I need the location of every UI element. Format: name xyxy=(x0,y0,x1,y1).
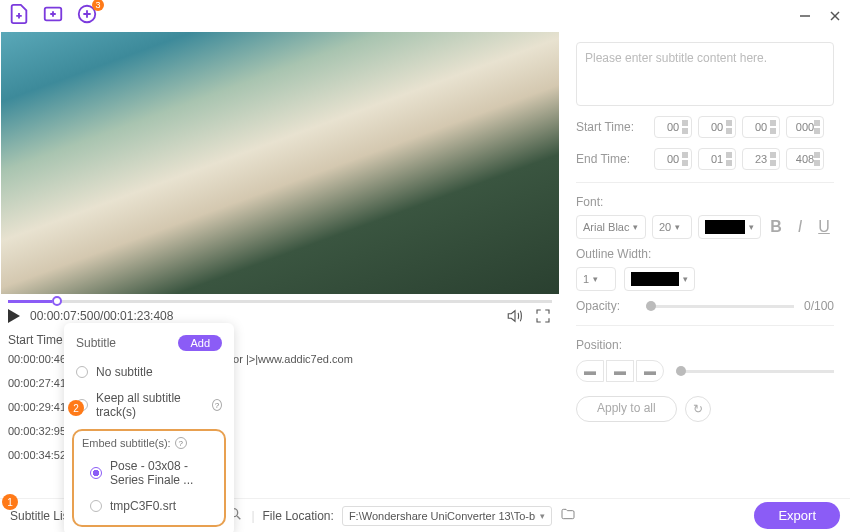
badge: 3 xyxy=(92,0,104,11)
font-family-select[interactable]: Arial Blac▾ xyxy=(576,215,646,239)
video-preview[interactable] xyxy=(1,32,559,294)
help-icon[interactable]: ? xyxy=(212,399,222,411)
start-ss[interactable]: 00 xyxy=(742,116,780,138)
play-button[interactable] xyxy=(8,309,20,323)
callout-marker-1: 1 xyxy=(2,494,18,510)
position-right[interactable]: ▬ xyxy=(636,360,664,382)
outline-label: Outline Width: xyxy=(576,247,834,261)
font-color-select[interactable]: ▾ xyxy=(698,215,761,239)
file-location-label: File Location: xyxy=(263,509,334,523)
position-label: Position: xyxy=(576,338,834,352)
add-folder-icon[interactable] xyxy=(42,3,64,30)
end-ss[interactable]: 23 xyxy=(742,148,780,170)
opacity-slider[interactable] xyxy=(646,305,794,308)
subtitle-content-input[interactable]: Please enter subtitle content here. xyxy=(576,42,834,106)
start-ms[interactable]: 000 xyxy=(786,116,824,138)
underline-button[interactable]: U xyxy=(815,218,833,236)
export-button[interactable]: Export xyxy=(754,502,840,529)
embed-option-1[interactable]: tmpC3F0.srt xyxy=(78,493,220,519)
keep-all-option[interactable]: Keep all subtitle track(s)? xyxy=(64,385,234,425)
embed-option-0[interactable]: Pose - 03x08 - Series Finale ... xyxy=(78,453,220,493)
italic-button[interactable]: I xyxy=(791,218,809,236)
opacity-label: Opacity: xyxy=(576,299,636,313)
position-slider[interactable] xyxy=(676,370,834,373)
close-button[interactable] xyxy=(828,9,842,23)
end-mm[interactable]: 01 xyxy=(698,148,736,170)
start-mm[interactable]: 00 xyxy=(698,116,736,138)
apply-to-all-button[interactable]: Apply to all xyxy=(576,396,677,422)
help-icon[interactable]: ? xyxy=(175,437,187,449)
file-location-select[interactable]: F:\Wondershare UniConverter 13\To-bur▾ xyxy=(342,506,552,526)
timecode: 00:00:07:500/00:01:23:408 xyxy=(30,309,173,323)
fullscreen-icon[interactable] xyxy=(534,307,552,325)
callout-marker-2: 2 xyxy=(68,400,84,416)
embed-label: Embed subtitle(s):? xyxy=(78,437,220,453)
refresh-button[interactable]: ↻ xyxy=(685,396,711,422)
popup-title: Subtitle xyxy=(76,336,116,350)
add-file-icon[interactable] xyxy=(8,3,30,30)
outline-color-select[interactable]: ▾ xyxy=(624,267,695,291)
progress-bar[interactable] xyxy=(8,300,552,303)
no-subtitle-option[interactable]: No subtitle xyxy=(64,359,234,385)
svg-line-6 xyxy=(237,516,240,519)
end-time-label: End Time: xyxy=(576,152,646,166)
subtitle-popup: Subtitle Add No subtitle Keep all subtit… xyxy=(64,323,234,532)
font-label: Font: xyxy=(576,195,834,209)
start-time-label: Start Time: xyxy=(576,120,646,134)
end-hh[interactable]: 00 xyxy=(654,148,692,170)
minimize-button[interactable] xyxy=(798,9,812,23)
position-left[interactable]: ▬ xyxy=(576,360,604,382)
start-hh[interactable]: 00 xyxy=(654,116,692,138)
volume-icon[interactable] xyxy=(506,307,524,325)
outline-width-select[interactable]: 1▾ xyxy=(576,267,616,291)
bold-button[interactable]: B xyxy=(767,218,785,236)
add-subtitle-icon[interactable]: 3 xyxy=(76,3,98,30)
position-center[interactable]: ▬ xyxy=(606,360,634,382)
font-size-select[interactable]: 20▾ xyxy=(652,215,692,239)
end-ms[interactable]: 408 xyxy=(786,148,824,170)
folder-icon[interactable] xyxy=(560,506,576,525)
opacity-value: 0/100 xyxy=(804,299,834,313)
add-subtitle-button[interactable]: Add xyxy=(178,335,222,351)
